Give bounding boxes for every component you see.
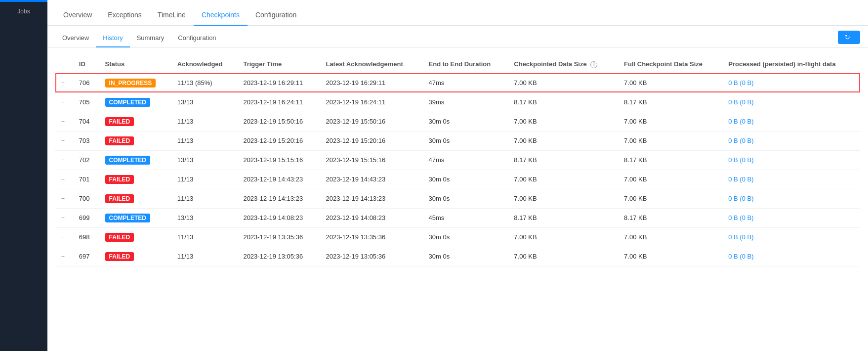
checkpointed-size-cell: 7.00 KB	[508, 73, 618, 92]
processed-data-cell: 0 B (0 B)	[722, 112, 860, 131]
trigger-time-cell: 2023-12-19 13:35:36	[237, 227, 320, 247]
latest-ack-cell: 2023-12-19 15:50:16	[320, 112, 422, 131]
checkpointed-size-cell: 8.17 KB	[508, 208, 618, 227]
trigger-time-cell: 2023-12-19 14:43:23	[237, 170, 320, 189]
sub-nav: Overview History Summary Configuration ↻	[47, 26, 868, 47]
acknowledged-cell: 13/13	[171, 208, 238, 227]
tab-exceptions[interactable]: Exceptions	[100, 4, 149, 26]
expand-button[interactable]: +	[61, 195, 65, 202]
expand-button[interactable]: +	[61, 99, 65, 106]
status-badge: IN_PROGRESS	[105, 79, 156, 88]
status-cell: COMPLETED	[99, 92, 171, 112]
tab-overview[interactable]: Overview	[55, 4, 100, 26]
status-cell: FAILED	[99, 189, 171, 208]
trigger-time-cell: 2023-12-19 15:20:16	[237, 131, 320, 150]
checkpointed-size-cell: 8.17 KB	[508, 150, 618, 170]
sidebar-item-jobs[interactable]: Jobs	[0, 2, 47, 21]
latest-ack-cell: 2023-12-19 13:35:36	[320, 227, 422, 247]
full-checkpoint-size-cell: 7.00 KB	[618, 112, 722, 131]
id-cell: 699	[73, 208, 99, 227]
checkpointed-size-cell: 7.00 KB	[508, 227, 618, 247]
table-row: + 706 IN_PROGRESS 11/13 (85%) 2023-12-19…	[55, 73, 860, 92]
full-checkpoint-size-cell: 7.00 KB	[618, 227, 722, 247]
sub-tab-configuration[interactable]: Configuration	[171, 29, 223, 47]
checkpointed-size-cell: 7.00 KB	[508, 170, 618, 189]
status-cell: FAILED	[99, 247, 171, 266]
col-latest-ack: Latest Acknowledgement	[320, 55, 422, 73]
processed-data-cell: 0 B (0 B)	[722, 170, 860, 189]
expand-cell: +	[55, 112, 73, 131]
refresh-button[interactable]: ↻	[838, 31, 860, 44]
processed-data-cell: 0 B (0 B)	[722, 131, 860, 150]
table-row: + 700 FAILED 11/13 2023-12-19 14:13:23 2…	[55, 189, 860, 208]
col-trigger-time: Trigger Time	[237, 55, 320, 73]
info-icon[interactable]: i	[590, 61, 597, 68]
status-badge: FAILED	[105, 136, 134, 145]
status-cell: COMPLETED	[99, 208, 171, 227]
tab-configuration[interactable]: Configuration	[248, 4, 304, 26]
full-checkpoint-size-cell: 7.00 KB	[618, 247, 722, 266]
processed-data-cell: 0 B (0 B)	[722, 208, 860, 227]
expand-button[interactable]: +	[61, 215, 65, 221]
expand-button[interactable]: +	[61, 176, 65, 183]
tab-timeline[interactable]: TimeLine	[150, 4, 194, 26]
checkpoints-table: ID Status Acknowledged Trigger Time Late…	[55, 55, 860, 266]
expand-cell: +	[55, 170, 73, 189]
col-end-to-end: End to End Duration	[423, 55, 508, 73]
full-checkpoint-size-cell: 8.17 KB	[618, 208, 722, 227]
expand-button[interactable]: +	[61, 157, 65, 164]
expand-cell: +	[55, 131, 73, 150]
id-cell: 698	[73, 227, 99, 247]
end-to-end-cell: 45ms	[423, 208, 508, 227]
expand-cell: +	[55, 208, 73, 227]
acknowledged-cell: 11/13	[171, 227, 238, 247]
full-checkpoint-size-cell: 8.17 KB	[618, 92, 722, 112]
sub-tab-summary[interactable]: Summary	[130, 29, 171, 47]
sub-tab-overview[interactable]: Overview	[55, 29, 96, 47]
id-cell: 706	[73, 73, 99, 92]
expand-button[interactable]: +	[61, 118, 65, 125]
col-expand	[55, 55, 73, 73]
acknowledged-cell: 11/13	[171, 247, 238, 266]
expand-cell: +	[55, 227, 73, 247]
id-cell: 697	[73, 247, 99, 266]
status-cell: FAILED	[99, 170, 171, 189]
table-row: + 705 COMPLETED 13/13 2023-12-19 16:24:1…	[55, 92, 860, 112]
trigger-time-cell: 2023-12-19 15:50:16	[237, 112, 320, 131]
id-cell: 705	[73, 92, 99, 112]
end-to-end-cell: 47ms	[423, 150, 508, 170]
expand-button[interactable]: +	[61, 253, 65, 260]
col-processed-data: Processed (persisted) in-flight data	[722, 55, 860, 73]
acknowledged-cell: 13/13	[171, 92, 238, 112]
sub-tab-history[interactable]: History	[96, 29, 129, 47]
end-to-end-cell: 30m 0s	[423, 170, 508, 189]
id-cell: 704	[73, 112, 99, 131]
status-cell: FAILED	[99, 227, 171, 247]
trigger-time-cell: 2023-12-19 16:24:11	[237, 92, 320, 112]
checkpointed-size-cell: 8.17 KB	[508, 92, 618, 112]
table-row: + 697 FAILED 11/13 2023-12-19 13:05:36 2…	[55, 247, 860, 266]
processed-data-cell: 0 B (0 B)	[722, 247, 860, 266]
expand-cell: +	[55, 73, 73, 92]
full-checkpoint-size-cell: 7.00 KB	[618, 170, 722, 189]
expand-cell: +	[55, 247, 73, 266]
table-header-row: ID Status Acknowledged Trigger Time Late…	[55, 55, 860, 73]
acknowledged-cell: 13/13	[171, 150, 238, 170]
expand-cell: +	[55, 189, 73, 208]
expand-button[interactable]: +	[61, 80, 65, 87]
id-cell: 702	[73, 150, 99, 170]
processed-data-cell: 0 B (0 B)	[722, 92, 860, 112]
status-badge: FAILED	[105, 117, 134, 126]
status-badge: FAILED	[105, 194, 134, 203]
expand-button[interactable]: +	[61, 234, 65, 241]
processed-data-cell: 0 B (0 B)	[722, 227, 860, 247]
tab-checkpoints[interactable]: Checkpoints	[194, 4, 248, 26]
status-badge: COMPLETED	[105, 214, 150, 222]
acknowledged-cell: 11/13	[171, 170, 238, 189]
expand-button[interactable]: +	[61, 137, 65, 144]
id-cell: 701	[73, 170, 99, 189]
refresh-icon: ↻	[845, 34, 850, 41]
full-checkpoint-size-cell: 7.00 KB	[618, 73, 722, 92]
status-cell: FAILED	[99, 131, 171, 150]
table-container: ID Status Acknowledged Trigger Time Late…	[47, 47, 868, 351]
